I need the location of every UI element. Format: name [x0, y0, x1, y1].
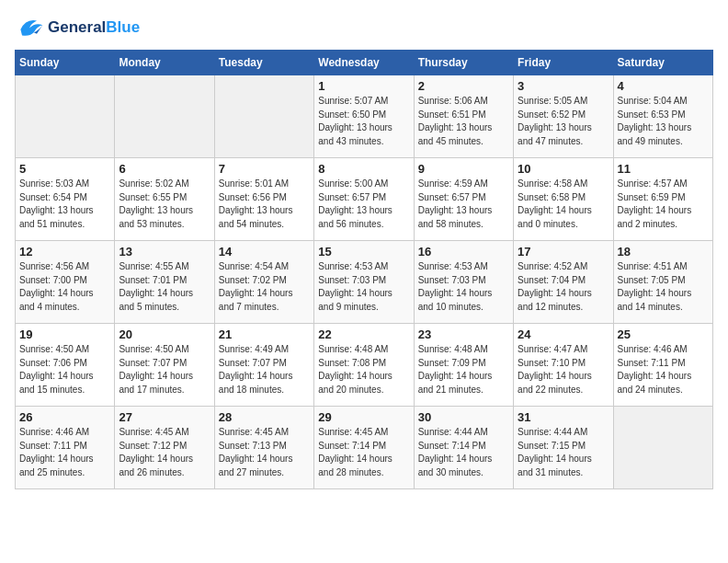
day-info: Sunrise: 4:55 AMSunset: 7:01 PMDaylight:…: [119, 260, 210, 314]
day-info: Sunrise: 4:53 AMSunset: 7:03 PMDaylight:…: [418, 260, 509, 314]
day-info: Sunrise: 5:06 AMSunset: 6:51 PMDaylight:…: [418, 95, 509, 148]
day-number: 30: [418, 410, 509, 424]
day-number: 27: [119, 410, 210, 424]
page-header: GeneralBlue: [15, 15, 713, 40]
calendar-cell: 2Sunrise: 5:06 AMSunset: 6:51 PMDaylight…: [414, 75, 513, 158]
day-number: 28: [219, 410, 310, 424]
day-number: 2: [418, 79, 509, 93]
day-number: 31: [518, 410, 609, 424]
day-number: 3: [518, 79, 609, 93]
day-number: 26: [19, 410, 110, 424]
logo-text: GeneralBlue: [48, 18, 140, 37]
day-info: Sunrise: 4:47 AMSunset: 7:10 PMDaylight:…: [518, 343, 609, 396]
calendar-week-3: 12Sunrise: 4:56 AMSunset: 7:00 PMDayligh…: [16, 241, 713, 324]
calendar-cell: 13Sunrise: 4:55 AMSunset: 7:01 PMDayligh…: [115, 241, 214, 324]
day-info: Sunrise: 5:02 AMSunset: 6:55 PMDaylight:…: [119, 178, 210, 231]
calendar-cell: 6Sunrise: 5:02 AMSunset: 6:55 PMDaylight…: [115, 158, 214, 241]
calendar-cell: [214, 75, 313, 158]
day-number: 12: [19, 245, 110, 259]
day-number: 24: [518, 327, 609, 341]
day-info: Sunrise: 4:58 AMSunset: 6:58 PMDaylight:…: [518, 178, 609, 231]
day-info: Sunrise: 5:04 AMSunset: 6:53 PMDaylight:…: [618, 95, 709, 148]
weekday-header-saturday: Saturday: [613, 51, 712, 75]
logo: GeneralBlue: [15, 15, 140, 40]
day-info: Sunrise: 4:50 AMSunset: 7:07 PMDaylight:…: [119, 343, 210, 396]
day-number: 17: [518, 245, 609, 259]
day-number: 23: [418, 327, 509, 341]
calendar-cell: 7Sunrise: 5:01 AMSunset: 6:56 PMDaylight…: [214, 158, 313, 241]
day-info: Sunrise: 5:01 AMSunset: 6:56 PMDaylight:…: [219, 178, 310, 231]
day-number: 5: [19, 162, 110, 176]
day-info: Sunrise: 4:44 AMSunset: 7:15 PMDaylight:…: [518, 426, 609, 479]
day-info: Sunrise: 4:52 AMSunset: 7:04 PMDaylight:…: [518, 260, 609, 314]
weekday-header-thursday: Thursday: [414, 51, 513, 75]
day-info: Sunrise: 4:54 AMSunset: 7:02 PMDaylight:…: [219, 260, 310, 314]
day-info: Sunrise: 4:44 AMSunset: 7:14 PMDaylight:…: [418, 426, 509, 479]
calendar-cell: [613, 407, 712, 489]
calendar-cell: 26Sunrise: 4:46 AMSunset: 7:11 PMDayligh…: [16, 407, 115, 489]
calendar-cell: 27Sunrise: 4:45 AMSunset: 7:12 PMDayligh…: [115, 407, 214, 489]
day-number: 7: [219, 162, 310, 176]
day-info: Sunrise: 4:59 AMSunset: 6:57 PMDaylight:…: [418, 178, 509, 231]
day-number: 29: [318, 410, 409, 424]
day-info: Sunrise: 4:50 AMSunset: 7:06 PMDaylight:…: [19, 343, 110, 396]
day-number: 22: [318, 327, 409, 341]
calendar-cell: 28Sunrise: 4:45 AMSunset: 7:13 PMDayligh…: [214, 407, 313, 489]
day-info: Sunrise: 4:53 AMSunset: 7:03 PMDaylight:…: [318, 260, 409, 314]
day-info: Sunrise: 4:46 AMSunset: 7:11 PMDaylight:…: [19, 426, 110, 479]
calendar-cell: 31Sunrise: 4:44 AMSunset: 7:15 PMDayligh…: [514, 407, 613, 489]
calendar-week-5: 26Sunrise: 4:46 AMSunset: 7:11 PMDayligh…: [16, 407, 713, 489]
calendar-week-4: 19Sunrise: 4:50 AMSunset: 7:06 PMDayligh…: [16, 324, 713, 407]
calendar-table: SundayMondayTuesdayWednesdayThursdayFrid…: [15, 50, 713, 489]
calendar-cell: 11Sunrise: 4:57 AMSunset: 6:59 PMDayligh…: [613, 158, 712, 241]
day-info: Sunrise: 4:56 AMSunset: 7:00 PMDaylight:…: [19, 260, 110, 314]
calendar-cell: [115, 75, 214, 158]
day-info: Sunrise: 4:48 AMSunset: 7:08 PMDaylight:…: [318, 343, 409, 396]
day-number: 13: [119, 245, 210, 259]
calendar-cell: [16, 75, 115, 158]
weekday-header-tuesday: Tuesday: [214, 51, 313, 75]
calendar-cell: 30Sunrise: 4:44 AMSunset: 7:14 PMDayligh…: [414, 407, 513, 489]
day-info: Sunrise: 4:45 AMSunset: 7:13 PMDaylight:…: [219, 426, 310, 479]
day-number: 11: [618, 162, 709, 176]
day-number: 20: [119, 327, 210, 341]
calendar-week-1: 1Sunrise: 5:07 AMSunset: 6:50 PMDaylight…: [16, 75, 713, 158]
calendar-cell: 22Sunrise: 4:48 AMSunset: 7:08 PMDayligh…: [314, 324, 414, 407]
calendar-cell: 4Sunrise: 5:04 AMSunset: 6:53 PMDaylight…: [613, 75, 712, 158]
weekday-header-monday: Monday: [115, 51, 214, 75]
calendar-week-2: 5Sunrise: 5:03 AMSunset: 6:54 PMDaylight…: [16, 158, 713, 241]
day-info: Sunrise: 4:45 AMSunset: 7:14 PMDaylight:…: [318, 426, 409, 479]
day-number: 15: [318, 245, 409, 259]
calendar-cell: 29Sunrise: 4:45 AMSunset: 7:14 PMDayligh…: [314, 407, 414, 489]
day-info: Sunrise: 4:45 AMSunset: 7:12 PMDaylight:…: [119, 426, 210, 479]
calendar-cell: 3Sunrise: 5:05 AMSunset: 6:52 PMDaylight…: [514, 75, 613, 158]
calendar-cell: 25Sunrise: 4:46 AMSunset: 7:11 PMDayligh…: [613, 324, 712, 407]
day-number: 18: [618, 245, 709, 259]
weekday-header-friday: Friday: [514, 51, 613, 75]
day-info: Sunrise: 4:57 AMSunset: 6:59 PMDaylight:…: [618, 178, 709, 231]
day-info: Sunrise: 4:49 AMSunset: 7:07 PMDaylight:…: [219, 343, 310, 396]
day-number: 14: [219, 245, 310, 259]
day-number: 1: [318, 79, 409, 93]
logo-icon: [15, 15, 44, 40]
day-info: Sunrise: 5:00 AMSunset: 6:57 PMDaylight:…: [318, 178, 409, 231]
day-info: Sunrise: 5:07 AMSunset: 6:50 PMDaylight:…: [318, 95, 409, 148]
calendar-cell: 17Sunrise: 4:52 AMSunset: 7:04 PMDayligh…: [514, 241, 613, 324]
day-info: Sunrise: 5:05 AMSunset: 6:52 PMDaylight:…: [518, 95, 609, 148]
day-number: 10: [518, 162, 609, 176]
calendar-cell: 8Sunrise: 5:00 AMSunset: 6:57 PMDaylight…: [314, 158, 414, 241]
calendar-cell: 24Sunrise: 4:47 AMSunset: 7:10 PMDayligh…: [514, 324, 613, 407]
calendar-cell: 20Sunrise: 4:50 AMSunset: 7:07 PMDayligh…: [115, 324, 214, 407]
calendar-cell: 12Sunrise: 4:56 AMSunset: 7:00 PMDayligh…: [16, 241, 115, 324]
calendar-cell: 18Sunrise: 4:51 AMSunset: 7:05 PMDayligh…: [613, 241, 712, 324]
calendar-cell: 21Sunrise: 4:49 AMSunset: 7:07 PMDayligh…: [214, 324, 313, 407]
calendar-cell: 1Sunrise: 5:07 AMSunset: 6:50 PMDaylight…: [314, 75, 414, 158]
weekday-header-sunday: Sunday: [16, 51, 115, 75]
day-number: 19: [19, 327, 110, 341]
calendar-cell: 5Sunrise: 5:03 AMSunset: 6:54 PMDaylight…: [16, 158, 115, 241]
calendar-cell: 15Sunrise: 4:53 AMSunset: 7:03 PMDayligh…: [314, 241, 414, 324]
day-number: 16: [418, 245, 509, 259]
calendar-cell: 19Sunrise: 4:50 AMSunset: 7:06 PMDayligh…: [16, 324, 115, 407]
calendar-cell: 10Sunrise: 4:58 AMSunset: 6:58 PMDayligh…: [514, 158, 613, 241]
day-number: 9: [418, 162, 509, 176]
